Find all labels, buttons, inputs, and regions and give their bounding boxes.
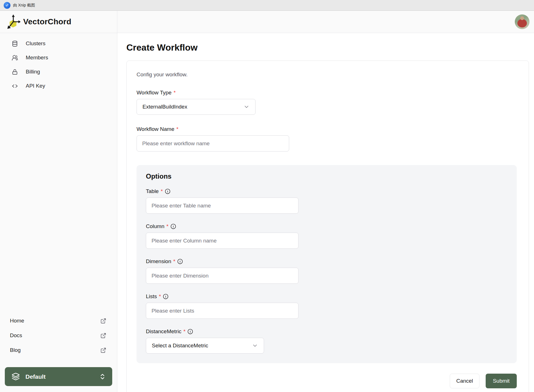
info-icon[interactable] <box>170 224 176 229</box>
brand-header: VectorChord <box>0 11 117 33</box>
database-icon <box>12 40 18 47</box>
required-asterisk: * <box>176 126 178 132</box>
workflow-type-label: Workflow Type * <box>137 90 517 96</box>
distance-metric-placeholder: Select a DistanceMetric <box>152 343 208 349</box>
users-icon <box>12 55 18 61</box>
sidebar-item-billing[interactable]: Billing <box>0 65 117 79</box>
lists-input[interactable] <box>146 303 299 319</box>
project-switcher-label: Default <box>25 373 93 380</box>
required-asterisk: * <box>159 293 161 300</box>
options-title: Options <box>146 172 507 180</box>
layers-icon <box>12 372 20 381</box>
workflow-name-input[interactable] <box>137 135 289 151</box>
sidebar-item-api-key[interactable]: API Key <box>0 79 117 93</box>
sidebar-item-members[interactable]: Members <box>0 51 117 65</box>
table-input[interactable] <box>146 198 299 214</box>
sidebar-link-docs[interactable]: Docs <box>1 328 116 343</box>
info-icon[interactable] <box>177 259 183 264</box>
required-asterisk: * <box>174 90 176 96</box>
sidebar-item-clusters[interactable]: Clusters <box>0 36 117 51</box>
sidebar-link-blog[interactable]: Blog <box>1 343 116 358</box>
chevrons-up-down-icon <box>99 373 106 380</box>
top-header <box>117 11 534 33</box>
form-actions: Cancel Submit <box>137 374 517 388</box>
workflow-name-label: Workflow Name * <box>137 126 517 132</box>
lists-field: Lists * <box>146 293 507 319</box>
table-label: Table * <box>146 188 507 194</box>
column-input[interactable] <box>146 233 299 249</box>
distance-metric-label: DistanceMetric * <box>146 328 507 335</box>
card-description: Config your workflow. <box>137 72 517 78</box>
required-asterisk: * <box>166 223 168 229</box>
submit-button[interactable]: Submit <box>486 374 517 388</box>
xnip-capture-bar: ✂ 由 Xnip 截图 <box>0 0 534 11</box>
page-title: Create Workflow <box>126 42 529 53</box>
chevron-down-icon <box>252 343 258 349</box>
vectorchord-logo-icon <box>7 14 20 29</box>
external-link-icon <box>100 318 106 324</box>
code-icon <box>12 83 18 89</box>
brand-name: VectorChord <box>23 17 71 26</box>
options-panel: Options Table * Column <box>137 165 517 363</box>
workflow-type-select[interactable]: ExternalBuildIndex <box>137 99 256 115</box>
sidebar-link-home[interactable]: Home <box>1 313 116 328</box>
chevron-down-icon <box>243 104 250 110</box>
required-asterisk: * <box>161 188 163 194</box>
lock-icon <box>12 69 18 75</box>
column-field: Column * <box>146 223 507 249</box>
sidebar-nav: Clusters Members Billing API Key <box>0 33 117 93</box>
info-icon[interactable] <box>187 329 193 334</box>
sidebar-spacer <box>0 93 117 313</box>
distance-metric-field: DistanceMetric * Select a DistanceMetric <box>146 328 507 354</box>
create-workflow-card: Config your workflow. Workflow Type * Ex… <box>126 60 529 392</box>
sidebar: VectorChord Clusters Members Billing <box>0 11 117 392</box>
info-icon[interactable] <box>165 189 170 194</box>
main-content: Create Workflow Config your workflow. Wo… <box>117 33 534 392</box>
distance-metric-select[interactable]: Select a DistanceMetric <box>146 338 264 354</box>
xnip-scissors-icon: ✂ <box>4 2 10 9</box>
required-asterisk: * <box>183 328 185 335</box>
xnip-watermark-text: 由 Xnip 截图 <box>13 3 35 8</box>
required-asterisk: * <box>173 258 175 265</box>
dimension-field: Dimension * <box>146 258 507 284</box>
user-avatar[interactable] <box>515 14 529 29</box>
table-field: Table * <box>146 188 507 214</box>
info-icon[interactable] <box>163 294 168 299</box>
column-label: Column * <box>146 223 507 229</box>
dimension-input[interactable] <box>146 268 299 284</box>
sidebar-external-links: Home Docs Blog <box>0 313 117 358</box>
external-link-icon <box>100 333 106 339</box>
workflow-type-value: ExternalBuildIndex <box>142 104 187 110</box>
dimension-label: Dimension * <box>146 258 507 265</box>
external-link-icon <box>100 347 106 353</box>
lists-label: Lists * <box>146 293 507 300</box>
project-switcher[interactable]: Default <box>5 367 112 386</box>
cancel-button[interactable]: Cancel <box>450 374 479 388</box>
